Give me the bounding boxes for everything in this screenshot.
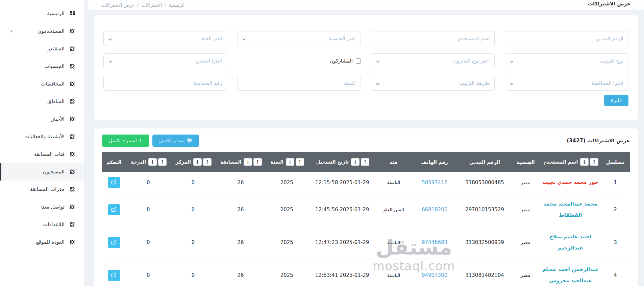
column-header-label: فئة [390,160,397,165]
cell-civil-id: 313032500939 [458,226,511,259]
sort-descending-button[interactable]: ↓ [580,158,589,166]
participants-filter-checkbox[interactable] [356,58,361,64]
import-excel-button[interactable]: + استيراد اكسل [102,135,149,147]
username-link[interactable]: احمد عاصم صلاح عبدالرحيم [549,234,591,251]
page-title: عرض الاشتراكات [588,1,630,7]
knot-icon [69,133,76,140]
breadcrumb-item[interactable]: عرض الاشتراكات [101,2,134,8]
sidebar-item-back-to-site[interactable]: العودة للموقع [0,233,84,251]
column-header-score: ↑↓الدرجة [126,152,171,172]
column-header-year: ↑↓السنة [266,152,308,172]
sidebar-item-sliders[interactable]: السلايدر [0,40,84,57]
sidebar-item-contact-us[interactable]: تواصل معنا [0,198,84,216]
sort-descending-button[interactable]: ↓ [193,158,202,166]
edit-button[interactable] [108,237,120,248]
participants-filter-checkbox-field[interactable]: المشاركون [237,58,361,64]
winners-type-filter-select[interactable]: اختر نوع الفائزون [371,53,495,68]
knot-icon [69,168,76,175]
governorate-filter-select[interactable]: اخترا المحافظة [505,76,628,91]
edit-button[interactable] [108,204,120,215]
sort-ascending-button[interactable]: ↑ [296,158,304,166]
table-toolbar: عرض الاشتراكات (3427) تصدير اكسل + استير [102,135,630,147]
username-link[interactable]: حور محمد حمدي نجيب [543,179,598,185]
sort-method-filter-select[interactable]: طريقة الترتيب [371,76,495,91]
sort-descending-button[interactable]: ↓ [244,158,252,166]
breadcrumb-item[interactable]: الاشتراكات [141,2,162,8]
cell-username: احمد عاصم صلاح عبدالرحيم [540,226,601,259]
export-excel-button[interactable]: تصدير اكسل [152,135,199,147]
column-header-label: مسلسل [606,160,624,165]
breadcrumb-separator: / [165,2,166,8]
winners-type-filter-placeholder: اختر نوع الفائزون [453,58,490,64]
sidebar-item-news[interactable]: الأخبار [0,110,84,128]
sort-ascending-button[interactable]: ↑ [203,158,212,166]
contest-number-filter-input[interactable] [103,76,227,91]
cell-contest: 26 [216,259,266,286]
edit-button[interactable] [108,270,120,281]
cell-contest: 26 [216,193,266,226]
filter-panel: اختر الجنسيةاختر الفئةنوع الترتيباختر نو… [94,15,638,120]
sort-descending-button[interactable]: ↓ [286,158,294,166]
edit-button[interactable] [108,177,120,188]
sidebar-item-nationalities[interactable]: الجنسيات [0,57,84,75]
username-filter-input[interactable] [371,31,495,46]
chevron-down-icon [376,58,380,64]
cell-score: 0 [126,226,171,259]
sort-type-filter-select[interactable]: نوع الترتيب [505,53,628,68]
sidebar-item-home[interactable]: الرئيسية [0,5,84,22]
nationality-filter-select[interactable]: اختر الجنسية [237,31,361,46]
category-filter-select[interactable]: اختر الفئة [103,31,227,46]
cell-category: الناشئة [376,259,411,286]
civil-id-filter-input[interactable] [505,31,628,46]
year-filter-input[interactable] [237,76,361,91]
breadcrumb: الرئيسية/الاشتراكات/عرض الاشتراكات [101,2,184,8]
phone-link[interactable]: 66818200 [422,207,447,213]
cell-score: 0 [126,259,171,286]
username-link[interactable]: عبدالرحمن أحمد عصام عبدالجيد محروس [542,266,598,284]
sort-ascending-button[interactable]: ↑ [590,158,598,166]
phone-link[interactable]: 50597412 [422,180,447,186]
column-header-phone: رقم الهاتف [411,152,459,172]
column-header-label: السنة [271,159,284,165]
filter-actions: فلترة [103,95,628,106]
sidebar-item-users[interactable]: المستخدمون‹ [0,22,84,40]
cell-civil-id: 318053000485 [458,172,511,193]
cell-year: 2025 [266,226,308,259]
knot-icon [69,151,76,158]
cell-registration-date: 2025-01-29 12:53:41 [308,259,376,286]
cell-nationality: مصر [511,259,540,286]
edit-icon [111,272,117,279]
cell-actions [102,193,126,226]
knot-icon [69,221,76,228]
chevron-down-icon [510,58,514,64]
cell-phone: 97446683 [411,226,459,259]
filter-button[interactable]: فلترة [604,95,628,106]
sidebar-item-governorates[interactable]: المحافظات [0,75,84,93]
phone-link[interactable]: 94907300 [422,272,447,278]
dashboard-icon [69,10,76,17]
sidebar-item-registered[interactable]: المسجلون [0,163,84,181]
column-header-position: ↑↓المركز [171,152,216,172]
sidebar-item-contest-venues[interactable]: مقرات المسابقة [0,181,84,198]
sort-ascending-button[interactable]: ↑ [253,158,262,166]
sort-ascending-button[interactable]: ↑ [158,158,167,166]
breadcrumb-item[interactable]: الرئيسية [169,2,185,8]
filter-grid: اختر الجنسيةاختر الفئةنوع الترتيباختر نو… [103,31,628,91]
sort-descending-button[interactable]: ↓ [351,158,360,166]
gender-filter-select[interactable]: اخترا الجنس [103,53,227,68]
knot-icon [69,186,76,193]
cell-position: 0 [171,226,216,259]
sidebar-item-contest-categories[interactable]: فئات المسابقة [0,145,84,163]
column-header-contest: ↑↓المسابقة [216,152,266,172]
phone-link[interactable]: 97446683 [422,239,447,245]
sidebar-item-label: تواصل معنا [41,204,65,210]
sidebar-item-regions[interactable]: المناطق [0,93,84,110]
sort-ascending-button[interactable]: ↑ [361,158,369,166]
category-filter-placeholder: اختر الفئة [202,35,222,42]
edit-icon [111,207,117,213]
username-link[interactable]: محمد عبدالمجيد محمد القطقاط [544,201,598,218]
sort-descending-button[interactable]: ↓ [148,158,157,166]
sidebar-item-settings[interactable]: اللإعدادات [0,216,84,233]
cell-registration-date: 2025-01-29 12:15:58 [308,172,376,193]
sidebar-item-activities-events[interactable]: الأنشطة والفعاليات [0,128,84,145]
